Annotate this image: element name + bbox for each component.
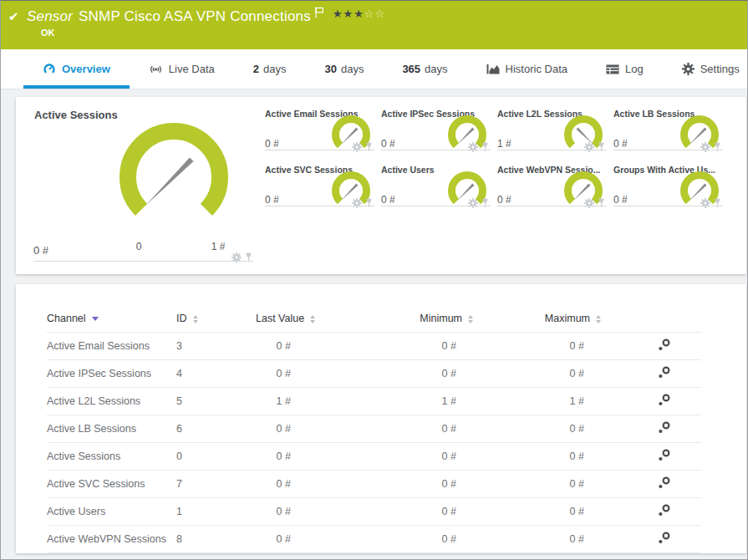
gauge-tile[interactable]: Active Email Sessions0 # <box>265 108 381 164</box>
row-tools-cell <box>601 333 701 360</box>
id-cell: 0 <box>176 443 256 471</box>
column-label: Maximum <box>545 313 590 324</box>
table-row: Active L2L Sessions51 #1 #1 # <box>47 388 701 415</box>
channel-settings-wrench-icon[interactable] <box>658 339 670 354</box>
pin-icon[interactable] <box>364 140 374 155</box>
gauge-scale-max: 1 # <box>204 241 232 252</box>
small-gauges-grid: Active Email Sessions0 #Active IPSec Ses… <box>265 108 730 220</box>
id-cell: -4 <box>176 553 256 554</box>
gauge-panel: Active Sessions 0 1 # 0 # Active Email S… <box>16 97 746 274</box>
main-gauge-tile[interactable]: Active Sessions 0 1 # 0 # <box>16 97 267 274</box>
max-cell: 0 # <box>473 333 601 360</box>
channel-settings-wrench-icon[interactable] <box>658 476 670 491</box>
tab-label: Historic Data <box>506 63 567 75</box>
tab-label: Log <box>625 63 644 75</box>
log-icon <box>606 64 619 74</box>
table-row: Active LB Sessions60 #0 #0 # <box>47 415 701 443</box>
max-cell: 0 # <box>473 526 601 553</box>
pin-icon[interactable] <box>713 140 722 155</box>
gear-icon[interactable] <box>700 196 710 211</box>
gauge-tile[interactable]: Active Users0 # <box>381 164 497 220</box>
last-cell: 0 # <box>256 443 308 471</box>
gauge-tile[interactable]: Active WebVPN Sessio...0 # <box>497 164 613 220</box>
gear-icon[interactable] <box>468 196 478 211</box>
last-cell: 0 # <box>256 333 308 360</box>
column-header-channel[interactable]: Channel <box>47 309 176 333</box>
channel-settings-wrench-icon[interactable] <box>658 449 670 464</box>
pin-icon[interactable] <box>481 196 490 211</box>
gear-icon[interactable] <box>700 140 710 155</box>
status-check-icon: ✔ <box>8 9 27 24</box>
channel-name-cell: Active SVC Sessions <box>47 471 176 498</box>
channel-name-cell: Active LB Sessions <box>47 415 176 443</box>
channel-name-cell: Downtime <box>47 553 176 554</box>
main-gauge-value: 0 # <box>33 244 48 257</box>
tab-historic-data[interactable]: Historic Data <box>467 49 587 89</box>
divider <box>613 150 723 150</box>
tab-365-days[interactable]: 365days <box>383 49 466 89</box>
pin-icon[interactable] <box>244 251 253 266</box>
min-cell: 0 # <box>308 360 473 388</box>
gauge-tile[interactable]: Active L2L Sessions1 # <box>497 108 613 164</box>
tab-number: 2 <box>253 63 259 75</box>
channel-settings-wrench-icon[interactable] <box>658 394 670 409</box>
gear-icon[interactable] <box>352 196 362 211</box>
pin-icon[interactable] <box>597 196 606 211</box>
column-header-tools <box>601 309 701 333</box>
tab-number: 365 <box>402 63 420 75</box>
row-tools-cell <box>601 553 701 554</box>
row-tools-cell <box>601 526 701 553</box>
tab-live-data[interactable]: Live Data <box>130 49 234 89</box>
min-cell <box>308 553 473 554</box>
column-header-id[interactable]: ID <box>176 309 256 333</box>
gauge-needle <box>145 158 193 206</box>
gear-icon[interactable] <box>584 196 594 211</box>
channel-name-cell: Active Sessions <box>47 443 176 471</box>
id-cell: 7 <box>176 471 256 498</box>
priority-stars[interactable]: ★★★☆☆ <box>333 8 385 20</box>
pin-icon[interactable] <box>713 196 722 211</box>
channels-table-panel: ChannelIDLast ValueMinimumMaximum Active… <box>16 284 746 553</box>
channel-settings-wrench-icon[interactable] <box>658 532 670 547</box>
row-tools-cell <box>601 498 701 526</box>
gauge-tile[interactable]: Active LB Sessions0 # <box>613 108 730 164</box>
channel-settings-wrench-icon[interactable] <box>658 366 670 381</box>
gauge-tile[interactable]: Groups With Active Us...0 # <box>613 164 730 220</box>
table-row: Active IPSec Sessions40 #0 #0 # <box>47 360 701 388</box>
active-sessions-gauge <box>111 120 237 222</box>
divider <box>33 261 253 262</box>
tab-log[interactable]: Log <box>587 49 663 89</box>
gear-icon <box>682 63 695 75</box>
table-row: Downtime-4 <box>47 553 701 554</box>
pin-icon[interactable] <box>597 140 606 155</box>
gauge-tile-actions <box>232 251 253 266</box>
tab-settings[interactable]: Settings <box>663 49 747 89</box>
id-cell: 5 <box>176 388 256 415</box>
column-header-minimum[interactable]: Minimum <box>308 309 473 333</box>
max-cell <box>473 553 601 554</box>
flag-icon[interactable] <box>315 7 324 22</box>
min-cell: 0 # <box>308 498 473 526</box>
id-cell: 3 <box>176 333 256 360</box>
column-header-maximum[interactable]: Maximum <box>473 309 601 333</box>
gear-icon[interactable] <box>468 140 478 155</box>
gear-icon[interactable] <box>232 251 242 266</box>
last-cell: 0 # <box>256 471 308 498</box>
last-cell: 0 # <box>256 360 308 388</box>
gauge-tile[interactable]: Active IPSec Sessions0 # <box>381 108 497 164</box>
tab-overview[interactable]: Overview <box>23 49 130 89</box>
column-header-last-value[interactable]: Last Value <box>256 309 308 333</box>
pin-icon[interactable] <box>481 140 490 155</box>
gauge-tile[interactable]: Active SVC Sessions0 # <box>265 164 381 220</box>
channel-settings-wrench-icon[interactable] <box>658 421 670 436</box>
min-cell: 0 # <box>308 526 473 553</box>
pin-icon[interactable] <box>364 196 374 211</box>
divider <box>381 150 491 150</box>
gear-icon[interactable] <box>584 140 594 155</box>
channel-settings-wrench-icon[interactable] <box>658 504 670 519</box>
gauge-tile-value: 0 # <box>265 138 279 150</box>
tab-30-days[interactable]: 30days <box>305 49 383 89</box>
sensor-type-label: Sensor <box>27 8 73 24</box>
tab-2-days[interactable]: 2days <box>234 49 306 89</box>
gear-icon[interactable] <box>352 140 362 155</box>
